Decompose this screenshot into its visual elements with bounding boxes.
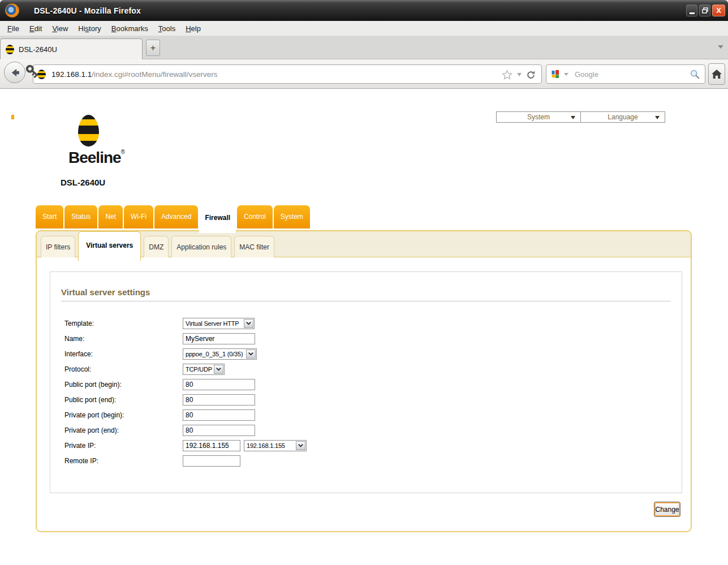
search-placeholder: Google — [575, 70, 690, 79]
refresh-icon[interactable] — [526, 70, 536, 80]
interface-label: Interface: — [64, 350, 183, 358]
device-model-label: DSL-2640U — [61, 178, 105, 187]
change-button[interactable]: Change — [654, 502, 680, 517]
chevron-down-icon — [655, 116, 660, 119]
form-row: Private IP: 192.168.1.155 — [64, 438, 682, 453]
subtab-ip-filters[interactable]: IP filters — [41, 236, 75, 257]
subtab-mac-filter[interactable]: MAC filter — [234, 236, 274, 257]
home-icon — [711, 69, 722, 79]
tab-status[interactable]: Status — [64, 205, 97, 228]
back-arrow-icon — [9, 67, 21, 79]
form-row: Public port (begin): — [64, 377, 682, 392]
url-bar[interactable]: 192.168.1.1/index.cgi#rootMenu/firewall/… — [33, 64, 542, 84]
browser-tab-strip: DSL-2640U + — [0, 36, 728, 59]
tab-advanced[interactable]: Advanced — [154, 205, 198, 228]
back-button[interactable] — [4, 62, 25, 83]
menu-item-history[interactable]: History — [73, 22, 106, 35]
close-button[interactable]: X — [712, 5, 725, 16]
tab-list-chevron-icon[interactable] — [718, 45, 723, 49]
section-divider — [61, 301, 670, 301]
beeline-wordmark: Beeline® — [68, 149, 125, 167]
form-row: Private port (begin): — [64, 407, 682, 422]
form-row: Interface: pppoe_0_35_1 (0/35) — [64, 346, 682, 361]
url-host: 192.168.1.1 — [51, 70, 92, 79]
tab-firewall[interactable]: Firewall — [199, 205, 236, 233]
beeline-favicon-icon — [6, 45, 14, 54]
firewall-panel: IP filters Virtual servers DMZ Applicati… — [36, 230, 692, 532]
main-tab-bar: Start Status Net Wi-Fi Advanced Firewall… — [36, 205, 311, 233]
name-label: Name: — [64, 335, 183, 343]
page-content: System Language Beeline® DSL-2640U Start… — [0, 89, 728, 565]
minimize-icon — [690, 12, 695, 14]
tab-start[interactable]: Start — [36, 205, 63, 228]
language-menu-select[interactable]: Language — [580, 111, 665, 123]
name-input[interactable] — [183, 333, 255, 344]
window-title-bar: DSL-2640U - Mozilla Firefox X — [0, 0, 728, 21]
page-artifact — [11, 115, 14, 119]
tab-wifi[interactable]: Wi-Fi — [124, 205, 153, 228]
menu-item-bookmarks[interactable]: Bookmarks — [106, 22, 153, 35]
tab-net[interactable]: Net — [98, 205, 123, 228]
template-select[interactable]: Virtual Server HTTP — [183, 318, 255, 329]
virtual-server-form: Template: Virtual Server HTTP Name: Inte… — [64, 316, 682, 468]
menu-item-view[interactable]: View — [47, 22, 73, 35]
private-port-end-input[interactable] — [183, 425, 255, 436]
window-title: DSL-2640U - Mozilla Firefox — [34, 6, 141, 15]
close-icon: X — [716, 6, 721, 15]
protocol-label: Protocol: — [64, 365, 183, 373]
template-label: Template: — [64, 320, 183, 327]
beeline-logo — [78, 115, 99, 146]
sub-tab-strip: IP filters Virtual servers DMZ Applicati… — [37, 231, 691, 257]
search-magnifier-icon[interactable] — [690, 69, 700, 79]
chevron-down-icon — [571, 116, 575, 119]
firefox-icon — [5, 3, 19, 18]
search-box[interactable]: Google — [546, 64, 705, 84]
menu-item-file[interactable]: File — [2, 22, 24, 35]
private-ip-input[interactable] — [183, 440, 240, 451]
section-heading: Virtual server settings — [61, 287, 670, 297]
private-port-begin-input[interactable] — [183, 409, 255, 421]
menu-bar: File Edit View History Bookmarks Tools H… — [0, 21, 728, 36]
interface-select[interactable]: pppoe_0_35_1 (0/35) — [183, 348, 257, 360]
navigation-bar: 192.168.1.1/index.cgi#rootMenu/firewall/… — [0, 59, 728, 89]
tab-system[interactable]: System — [274, 205, 310, 228]
menu-item-tools[interactable]: Tools — [153, 22, 180, 35]
form-row: Private port (end): — [64, 422, 682, 438]
bookmark-star-icon[interactable] — [502, 70, 512, 80]
menu-item-help[interactable]: Help — [180, 22, 206, 35]
new-tab-button[interactable]: + — [146, 40, 160, 56]
google-icon — [551, 70, 560, 79]
url-text: 192.168.1.1/index.cgi#rootMenu/firewall/… — [51, 70, 217, 79]
tab-control[interactable]: Control — [237, 205, 273, 228]
restore-button[interactable] — [699, 5, 710, 16]
chevron-down-icon — [244, 319, 253, 328]
public-port-end-input[interactable] — [183, 394, 255, 406]
search-engine-dropdown-icon[interactable] — [564, 73, 568, 76]
chevron-down-icon — [214, 365, 223, 374]
settings-panel: Virtual server settings Template: Virtua… — [50, 271, 682, 493]
public-port-end-label: Public port (end): — [64, 396, 183, 404]
private-port-end-label: Private port (end): — [64, 426, 183, 434]
browser-tab[interactable]: DSL-2640U — [0, 38, 143, 59]
form-row: Protocol: TCP/UDP — [64, 361, 682, 377]
subtab-application-rules[interactable]: Application rules — [171, 236, 231, 257]
public-port-begin-input[interactable] — [183, 379, 255, 390]
public-port-begin-label: Public port (begin): — [64, 381, 183, 389]
private-ip-label: Private IP: — [64, 442, 183, 450]
menu-item-edit[interactable]: Edit — [24, 22, 47, 35]
remote-ip-label: Remote IP: — [64, 457, 183, 465]
private-port-begin-label: Private port (begin): — [64, 411, 183, 419]
chevron-down-icon — [296, 441, 305, 450]
subtab-virtual-servers[interactable]: Virtual servers — [78, 231, 141, 261]
subtab-dmz[interactable]: DMZ — [144, 236, 169, 257]
system-menu-select[interactable]: System — [496, 111, 581, 123]
browser-tab-label: DSL-2640U — [19, 45, 57, 54]
private-ip-select[interactable]: 192.168.1.155 — [244, 440, 307, 451]
home-button[interactable] — [708, 63, 725, 85]
protocol-select[interactable]: TCP/UDP — [183, 364, 225, 375]
url-dropdown-icon[interactable] — [517, 73, 522, 76]
minimize-button[interactable] — [686, 5, 697, 16]
remote-ip-input[interactable] — [183, 455, 240, 467]
plus-icon: + — [150, 43, 156, 53]
form-row: Remote IP: — [64, 453, 682, 468]
